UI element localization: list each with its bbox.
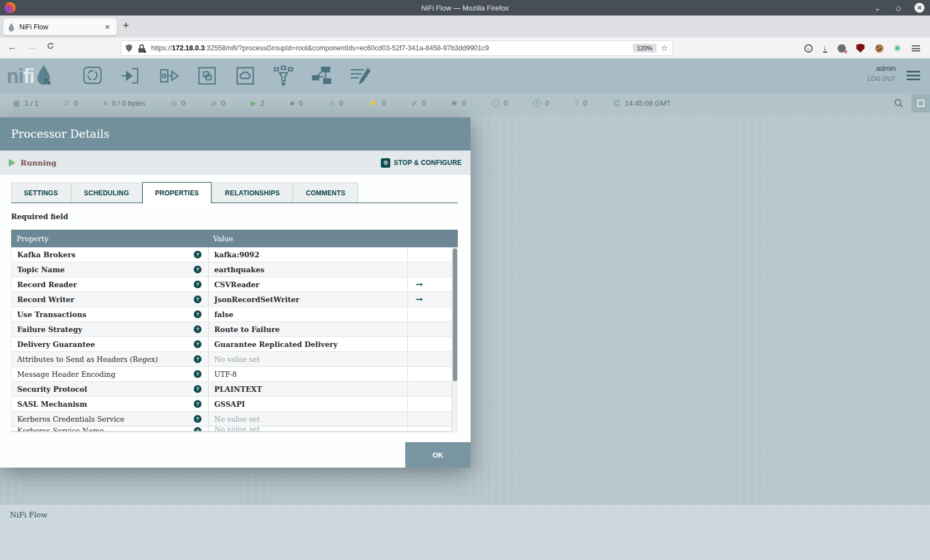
property-row[interactable]: Record Reader?CSVReader→ <box>12 277 452 292</box>
running-icon: ▶ <box>251 100 256 107</box>
logout-link[interactable]: LOG OUT <box>867 75 896 82</box>
locally-modified-icon: ✱ <box>451 100 457 107</box>
minimize-icon[interactable]: ⌄ <box>872 4 882 12</box>
breadcrumb[interactable]: NiFi Flow <box>10 510 47 519</box>
help-icon[interactable]: ? <box>194 340 202 348</box>
search-icon[interactable] <box>894 98 903 108</box>
property-row[interactable]: Failure Strategy?Route to Failure <box>12 322 452 337</box>
template-component-icon[interactable] <box>309 64 334 88</box>
process-group-component-icon[interactable] <box>195 64 219 88</box>
help-icon[interactable]: ? <box>194 385 202 393</box>
goto-cell <box>407 367 452 381</box>
property-row[interactable]: Use Transactions?false <box>12 307 452 322</box>
nifi-header-toolbar: nifi <box>0 59 930 93</box>
stop-and-configure-button[interactable]: ⚙ STOP & CONFIGURE <box>381 158 462 168</box>
help-icon[interactable]: ? <box>194 400 202 408</box>
nifi-global-menu-icon[interactable] <box>907 71 920 80</box>
browser-tab[interactable]: NiFi Flow ✕ <box>3 18 117 35</box>
property-row[interactable]: Record Writer?JsonRecordSetWriter→ <box>12 292 452 307</box>
dialog-status-row: Running ⚙ STOP & CONFIGURE <box>0 151 471 175</box>
help-icon[interactable]: ? <box>194 355 202 363</box>
help-icon[interactable]: ? <box>194 310 202 318</box>
tab-properties[interactable]: PROPERTIES <box>142 182 211 203</box>
properties-table: Property Value Kafka Brokers?kafka:9092T… <box>11 230 458 432</box>
tab-settings[interactable]: SETTINGS <box>11 183 71 203</box>
help-icon[interactable]: ? <box>194 266 202 273</box>
output-port-component-icon[interactable] <box>157 64 181 88</box>
forward-button[interactable]: → <box>28 42 37 52</box>
stale-count: 0 <box>504 99 508 107</box>
property-row[interactable]: Attributes to Send as Headers (Regex)?No… <box>12 352 452 367</box>
pocket-icon[interactable]: ⌄ <box>804 44 813 53</box>
property-row[interactable]: SASL Mechanism?GSSAPI <box>12 397 452 412</box>
not-transmitting-count: 0 <box>221 99 225 107</box>
reload-button[interactable] <box>46 42 54 52</box>
status-threads: ⠿0 <box>64 99 78 107</box>
close-window-icon[interactable]: ✕ <box>914 3 924 13</box>
goto-service-button[interactable]: → <box>407 292 452 307</box>
identity-blocked-icon[interactable] <box>838 44 846 53</box>
table-scrollbar-thumb[interactable] <box>453 248 457 381</box>
goto-cell <box>407 352 452 366</box>
help-icon[interactable]: ? <box>194 295 202 303</box>
maximize-icon[interactable]: ◇ <box>893 4 903 12</box>
ublock-shield-icon[interactable] <box>856 44 865 53</box>
page-zoom-badge[interactable]: 120% <box>633 44 656 53</box>
tab-title: NiFi Flow <box>19 23 102 31</box>
property-row[interactable]: Kerberos Credentials Service?No value se… <box>12 412 452 427</box>
bookmark-star-icon[interactable]: ☆ <box>661 43 668 53</box>
help-icon[interactable]: ? <box>194 325 202 333</box>
back-button[interactable]: ← <box>8 42 17 52</box>
tab-relationships[interactable]: RELATIONSHIPS <box>212 183 292 203</box>
property-row[interactable]: Kerberos Service Name?No value set <box>12 427 452 432</box>
help-icon[interactable]: ? <box>194 370 202 378</box>
status-locally-modified-stale: !0 <box>533 99 549 107</box>
input-port-component-icon[interactable] <box>118 64 143 88</box>
status-stopped: ■0 <box>290 99 303 107</box>
close-tab-icon[interactable]: ✕ <box>102 22 112 32</box>
property-row[interactable]: Delivery Guarantee?Guarantee Replicated … <box>12 337 452 352</box>
value-column-header: Value <box>208 235 407 243</box>
property-row[interactable]: Security Protocol?PLAINTEXT <box>12 382 452 397</box>
property-row[interactable]: Kafka Brokers?kafka:9092 <box>12 247 452 262</box>
help-icon[interactable]: ? <box>194 415 202 423</box>
stopped-icon: ■ <box>290 100 294 107</box>
label-component-icon[interactable] <box>348 64 372 88</box>
help-icon[interactable]: ? <box>194 427 202 432</box>
property-name-text: SASL Mechanism <box>17 400 194 408</box>
flow-canvas[interactable]: Navigate – |:| <box>0 113 930 560</box>
property-row[interactable]: Message Header Encoding?UTF-8 <box>12 367 452 382</box>
table-scrollbar[interactable] <box>452 247 458 432</box>
cookie-extension-icon[interactable] <box>875 44 884 53</box>
property-name-text: Topic Name <box>17 266 194 274</box>
remote-process-group-component-icon[interactable] <box>233 64 257 88</box>
refresh-icon[interactable] <box>613 100 621 107</box>
funnel-component-icon[interactable] <box>271 64 296 88</box>
downloads-icon[interactable]: ↓ <box>823 44 827 53</box>
tracking-shield-icon[interactable] <box>126 44 132 52</box>
window-title: NiFi Flow — Mozilla Firefox <box>0 4 930 12</box>
tab-comments[interactable]: COMMENTS <box>293 183 358 203</box>
url-host: 172.18.0.3 <box>172 44 205 52</box>
processor-component-icon[interactable] <box>80 64 105 88</box>
url-bar[interactable]: ▲ https://172.18.0.3:32558/nifi/?process… <box>121 40 673 56</box>
tab-scheduling[interactable]: SCHEDULING <box>71 183 142 203</box>
browser-menu-icon[interactable] <box>912 45 920 51</box>
help-icon[interactable]: ? <box>194 251 202 258</box>
stop-configure-label: STOP & CONFIGURE <box>394 159 462 167</box>
stop-configure-gear-icon: ⚙ <box>381 158 390 168</box>
url-text[interactable]: https://172.18.0.3:32558/nifi/?processGr… <box>151 44 628 52</box>
goto-cell <box>407 427 452 431</box>
property-name: Kerberos Service Name? <box>12 427 208 432</box>
new-tab-button[interactable]: + <box>123 19 129 32</box>
extension-asterisk-icon[interactable]: ✳ <box>894 43 901 54</box>
goto-service-button[interactable]: → <box>407 277 452 292</box>
ssl-lock-icon[interactable]: ▲ <box>138 44 146 53</box>
queued-icon: ≡ <box>103 100 107 107</box>
ok-button[interactable]: OK <box>405 442 471 468</box>
help-icon[interactable]: ? <box>194 281 202 288</box>
panel-toggle-button[interactable] <box>911 94 930 112</box>
threads-count: 0 <box>74 99 78 107</box>
property-row[interactable]: Topic Name?earthquakes <box>12 262 452 277</box>
goto-cell <box>407 382 452 396</box>
